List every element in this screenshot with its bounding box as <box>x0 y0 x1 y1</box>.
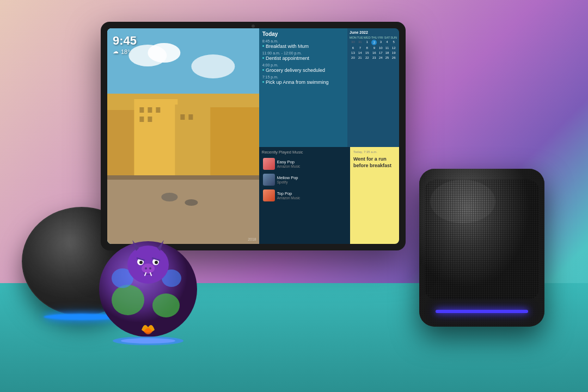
cal-day-19: 19 <box>390 51 397 55</box>
svg-point-14 <box>145 267 147 270</box>
svg-point-9 <box>139 261 143 264</box>
svg-point-29 <box>191 54 235 78</box>
cal-day-3: 3 <box>378 40 384 45</box>
cal-day-13: 13 <box>350 51 357 55</box>
svg-point-2 <box>112 285 144 315</box>
svg-rect-40 <box>180 114 185 120</box>
svg-point-3 <box>152 293 180 317</box>
cal-day-30: 30 <box>350 40 357 45</box>
sticky-note: Today, 7:35 a.m. Went for a run before b… <box>350 147 399 244</box>
cal-day-23: 23 <box>371 56 377 60</box>
svg-rect-37 <box>156 107 160 113</box>
svg-point-44 <box>161 193 177 201</box>
event-3: 4:00 p.m. • Grocery delivery scheduled <box>262 63 344 74</box>
music-info-3: Top Pop Amazon Music <box>277 191 301 200</box>
cal-day-12: 12 <box>390 46 397 50</box>
music-item-1: Easy Pop Amazon Music <box>262 157 347 171</box>
cal-day-9: 9 <box>371 46 377 50</box>
music-thumb-1 <box>263 158 275 170</box>
track-source-2: Spotify <box>277 180 298 184</box>
svg-point-13 <box>142 264 155 273</box>
note-text: Went for a run before breakfast <box>353 156 396 169</box>
background-photo: 9:45 ☁ 18° 2018 <box>107 28 259 244</box>
cal-header-mon: MON <box>350 36 357 39</box>
svg-rect-38 <box>139 117 144 122</box>
echo-studio-grille <box>425 180 539 299</box>
music-item-2: Mellow Pop Spotify <box>262 173 347 187</box>
echo-kids-svg <box>95 235 201 349</box>
top-section: Today 8:45 a.m. • Breakfast with Mum 11:… <box>259 28 399 147</box>
svg-rect-36 <box>148 107 152 113</box>
temperature: 18° <box>121 48 130 55</box>
svg-rect-35 <box>139 107 144 113</box>
event-3-text: Grocery delivery scheduled <box>266 68 325 73</box>
cal-header-thu: THU <box>371 36 377 39</box>
cal-day-7: 7 <box>357 46 363 50</box>
music-thumb-2 <box>263 174 275 186</box>
svg-point-15 <box>149 267 151 270</box>
event-2: 11:00 a.m. - 12:00 p.m. • Dentist appoin… <box>262 51 344 62</box>
photo-year: 2018 <box>248 237 256 241</box>
cal-day-25: 25 <box>384 56 390 60</box>
track-name-1: Easy Pop <box>277 160 301 164</box>
echo-show: 9:45 ☁ 18° 2018 Today 8:45 <box>101 22 411 261</box>
cal-day-17: 17 <box>378 51 384 55</box>
cal-day-22: 22 <box>364 56 371 60</box>
music-section-label: Recently Played Music <box>262 150 347 155</box>
calendar-grid: MON TUE WED THU FRI SAT SUN 30 31 1 2 <box>350 36 397 60</box>
street-scene <box>107 28 259 244</box>
echo-show-frame: 9:45 ☁ 18° 2018 Today 8:45 <box>101 22 406 250</box>
events-panel: Today 8:45 a.m. • Breakfast with Mum 11:… <box>259 28 347 147</box>
event-1-text: Breakfast with Mum <box>266 44 309 49</box>
track-source-1: Amazon Music <box>277 164 301 168</box>
event-4-text: Pick up Anna from swimming <box>266 79 329 85</box>
cal-day-24: 24 <box>378 56 384 60</box>
echo-studio-light <box>436 310 528 313</box>
event-2-content: 11:00 a.m. - 12:00 p.m. • Dentist appoin… <box>262 51 309 62</box>
music-thumb-3 <box>263 189 275 201</box>
svg-point-45 <box>185 199 198 206</box>
calendar-panel: June 2022 MON TUE WED THU FRI SAT SUN 30… <box>347 28 399 147</box>
cal-day-21: 21 <box>357 56 363 60</box>
cal-day-15: 15 <box>364 51 371 55</box>
echo-studio <box>419 169 555 338</box>
cal-header-tue: TUE <box>357 36 363 39</box>
svg-rect-42 <box>107 175 259 244</box>
echo-show-screen: 9:45 ☁ 18° 2018 Today 8:45 <box>107 28 399 244</box>
cal-day-5: 5 <box>390 40 397 45</box>
cal-day-20: 20 <box>350 56 357 60</box>
cal-day-2-today: 2 <box>371 40 377 45</box>
cal-day-14: 14 <box>357 51 363 55</box>
cal-header-fri: FRI <box>378 36 384 39</box>
cal-day-1: 1 <box>364 40 371 45</box>
camera-dot <box>252 24 255 28</box>
cal-header-wed: WED <box>364 36 371 39</box>
event-3-time: 4:00 p.m. <box>262 63 325 67</box>
event-3-content: 4:00 p.m. • Grocery delivery scheduled <box>262 63 325 74</box>
street-svg <box>107 28 259 244</box>
svg-rect-39 <box>148 117 152 122</box>
cal-header-sat: SAT <box>384 36 390 39</box>
track-name-3: Top Pop <box>277 191 301 196</box>
event-4-content: 7:15 p.m. • Pick up Anna from swimming <box>262 75 329 85</box>
svg-point-19 <box>121 338 175 344</box>
music-info-2: Mellow Pop Spotify <box>277 175 298 184</box>
svg-point-28 <box>148 43 180 63</box>
echo-kids-device <box>95 235 201 351</box>
time-display: 9:45 <box>113 34 137 48</box>
cal-day-26: 26 <box>390 56 397 60</box>
music-info-1: Easy Pop Amazon Music <box>277 160 301 168</box>
cal-day-10: 10 <box>378 46 384 50</box>
screen-right-panel: Today 8:45 a.m. • Breakfast with Mum 11:… <box>259 28 399 244</box>
track-name-2: Mellow Pop <box>277 175 298 180</box>
track-source-3: Amazon Music <box>277 196 301 200</box>
cal-day-16: 16 <box>371 51 377 55</box>
cal-day-6: 6 <box>350 46 357 50</box>
weather-display: ☁ 18° <box>113 48 130 55</box>
today-label: Today <box>262 31 344 37</box>
event-2-time: 11:00 a.m. - 12:00 p.m. <box>262 51 309 55</box>
cal-day-11: 11 <box>384 46 390 50</box>
event-1: 8:45 a.m. • Breakfast with Mum <box>262 39 344 50</box>
cal-day-18: 18 <box>384 51 390 55</box>
calendar-month: June 2022 <box>350 30 397 34</box>
